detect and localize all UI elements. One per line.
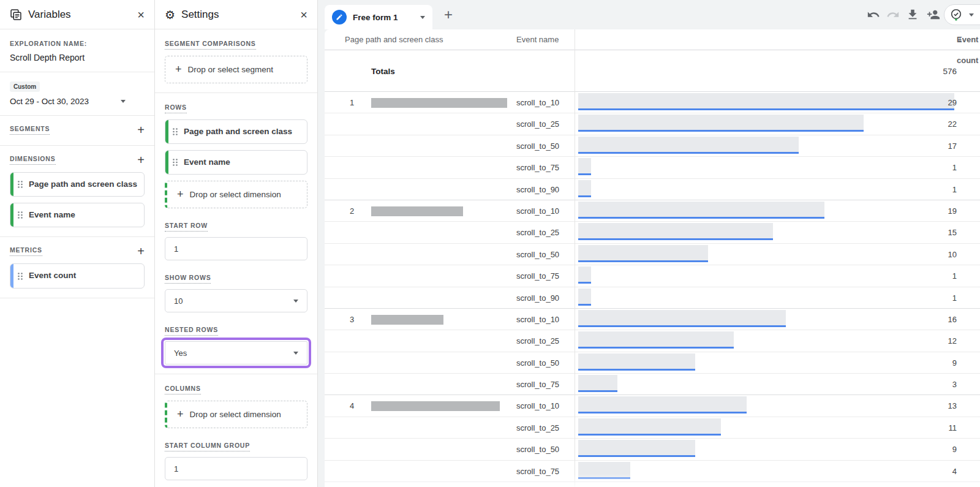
check-circle-icon xyxy=(949,8,963,21)
column-header-page-path[interactable]: Page path and screen class xyxy=(345,29,443,50)
date-custom-badge: Custom xyxy=(10,81,40,92)
table-rows: 1scroll_to_1029scroll_to_2522scroll_to_5… xyxy=(325,92,980,482)
start-column-group-label: START COLUMN GROUP xyxy=(165,442,250,451)
event-count-bar xyxy=(578,331,734,349)
metrics-section: METRICS + Event count xyxy=(0,237,154,298)
table-row[interactable]: scroll_to_509 xyxy=(325,352,980,374)
event-name-cell: scroll_to_90 xyxy=(516,179,559,200)
close-icon[interactable]: × xyxy=(137,9,145,21)
dimension-chip-event-name[interactable]: Event name xyxy=(10,203,145,227)
share-user-icon[interactable] xyxy=(927,8,940,21)
event-name-cell: scroll_to_25 xyxy=(516,113,559,135)
event-count-value: 9 xyxy=(952,352,957,374)
table-row[interactable]: scroll_to_2512 xyxy=(325,330,980,352)
start-column-group-value: 1 xyxy=(174,464,178,474)
dimension-color-bar xyxy=(165,120,168,143)
exploration-canvas: Free form 1 + Page path and screen clas xyxy=(318,0,980,487)
event-name-cell: scroll_to_75 xyxy=(516,374,559,395)
table-row[interactable]: 3scroll_to_1016 xyxy=(325,309,980,330)
show-rows-value: 10 xyxy=(174,296,183,306)
event-name-cell: scroll_to_25 xyxy=(516,222,559,243)
table-row[interactable]: scroll_to_5017 xyxy=(325,135,980,157)
event-count-value: 19 xyxy=(948,200,957,222)
panel-title: Variables xyxy=(28,9,71,21)
page-path-redacted xyxy=(371,315,443,325)
columns-section: COLUMNS + Drop or select dimension START… xyxy=(155,374,317,487)
add-metric-icon[interactable]: + xyxy=(137,245,145,257)
column-header-event-name[interactable]: Event name xyxy=(516,29,559,50)
event-count-bar xyxy=(578,115,864,132)
event-count-bar xyxy=(578,180,591,197)
settings-header: ⚙ Settings × xyxy=(155,0,317,29)
variables-header: Variables × xyxy=(0,0,154,29)
event-count-bar xyxy=(578,223,773,240)
show-rows-label: SHOW ROWS xyxy=(165,274,211,284)
add-dimension-icon[interactable]: + xyxy=(137,154,145,166)
drop-segment-zone[interactable]: + Drop or select segment xyxy=(165,56,307,83)
drag-handle-icon xyxy=(17,181,23,189)
columns-drop-dimension-zone[interactable]: + Drop or select dimension xyxy=(165,401,307,428)
download-icon[interactable] xyxy=(906,8,919,21)
dimensions-label: DIMENSIONS xyxy=(10,155,56,165)
status-check-button[interactable] xyxy=(944,4,980,25)
event-name-cell: scroll_to_10 xyxy=(516,395,559,417)
event-name-cell: scroll_to_75 xyxy=(516,157,559,178)
rows-dimension-label: Event name xyxy=(184,157,230,167)
table-row[interactable]: scroll_to_5010 xyxy=(325,244,980,265)
dimension-chip-page-path[interactable]: Page path and screen class xyxy=(10,172,145,197)
undo-icon[interactable] xyxy=(867,8,880,21)
row-index: 1 xyxy=(350,92,354,113)
table-row[interactable]: scroll_to_2515 xyxy=(325,222,980,243)
event-name-cell: scroll_to_75 xyxy=(516,461,559,482)
table-row[interactable]: scroll_to_751 xyxy=(325,157,980,178)
table-row[interactable]: scroll_to_753 xyxy=(325,374,980,395)
event-count-value: 16 xyxy=(948,309,957,330)
dimension-color-bar xyxy=(10,203,13,227)
row-index: 4 xyxy=(350,395,354,417)
rows-dimension-chip-event-name[interactable]: Event name xyxy=(165,150,307,175)
table-row[interactable]: 4scroll_to_1013 xyxy=(325,395,980,417)
rows-drop-dimension-zone[interactable]: + Drop or select dimension xyxy=(165,181,307,208)
event-count-bar xyxy=(578,462,630,479)
page-path-redacted xyxy=(371,401,500,411)
redo-icon[interactable] xyxy=(886,8,900,21)
table-row[interactable]: scroll_to_2522 xyxy=(325,113,980,135)
segment-comparisons-label: SEGMENT COMPARISONS xyxy=(165,40,256,50)
start-row-input[interactable]: 1 xyxy=(165,237,307,260)
nested-rows-select[interactable]: Yes xyxy=(165,341,307,364)
event-count-bar xyxy=(578,266,591,284)
table-row[interactable]: scroll_to_901 xyxy=(325,179,980,200)
table-row[interactable]: 1scroll_to_1029 xyxy=(325,92,980,113)
totals-value: 576 xyxy=(943,66,957,75)
event-count-value: 1 xyxy=(952,265,957,287)
start-column-group-input[interactable]: 1 xyxy=(165,457,307,480)
table-row[interactable]: 2scroll_to_1019 xyxy=(325,200,980,222)
totals-label: Totals xyxy=(371,66,395,75)
show-rows-select[interactable]: 10 xyxy=(165,289,307,312)
date-range-selector[interactable]: Oct 29 - Oct 30, 2023 xyxy=(10,97,145,106)
rows-dimension-chip-page-path[interactable]: Page path and screen class xyxy=(165,119,307,144)
metric-chip-event-count[interactable]: Event count xyxy=(10,263,145,288)
event-count-bar xyxy=(578,375,617,392)
event-count-value: 3 xyxy=(952,374,957,395)
dimension-color-bar xyxy=(165,151,168,174)
tab-free-form-1[interactable]: Free form 1 xyxy=(325,5,432,29)
add-tab-button[interactable]: + xyxy=(444,6,453,23)
totals-row: Totals 576 xyxy=(325,50,980,92)
start-row-label: START ROW xyxy=(165,222,208,232)
table-row[interactable]: scroll_to_901 xyxy=(325,287,980,309)
exploration-name-value[interactable]: Scroll Depth Report xyxy=(10,53,145,62)
add-segment-icon[interactable]: + xyxy=(137,124,145,136)
table-row[interactable]: scroll_to_2511 xyxy=(325,417,980,439)
metric-color-bar xyxy=(10,264,13,287)
segment-comparisons-section: SEGMENT COMPARISONS + Drop or select seg… xyxy=(155,29,317,93)
close-icon[interactable]: × xyxy=(300,9,307,21)
metric-chip-label: Event count xyxy=(29,271,76,280)
table-row[interactable]: scroll_to_509 xyxy=(325,439,980,460)
event-name-cell: scroll_to_50 xyxy=(516,352,559,374)
free-form-table: Page path and screen class Event name ↓E… xyxy=(325,29,980,487)
event-name-cell: scroll_to_10 xyxy=(516,200,559,222)
table-row[interactable]: scroll_to_751 xyxy=(325,265,980,287)
event-count-bar xyxy=(578,158,591,175)
table-row[interactable]: scroll_to_754 xyxy=(325,461,980,482)
